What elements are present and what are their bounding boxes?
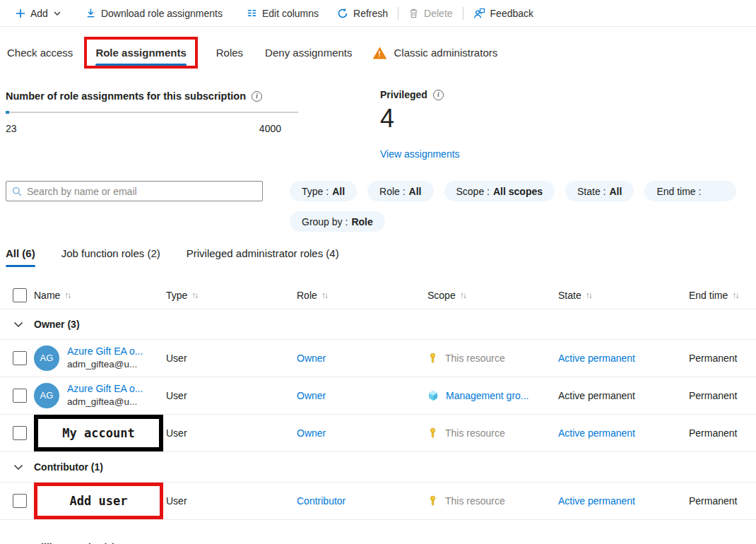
table-row: Add user User Contributor This resource … [0, 483, 756, 520]
annotation-box-red-add-user: Add user [34, 483, 163, 519]
type-cell: User [166, 427, 297, 439]
scope-cell: This resource [445, 353, 505, 364]
download-icon [85, 8, 96, 18]
filter-pill-row: Type :All Role :All Scope :All scopes St… [290, 181, 756, 201]
plus-icon [16, 8, 25, 18]
privileged-title-row: Privileged i [380, 89, 460, 100]
tab-all[interactable]: All (6) [6, 243, 35, 267]
privileged-label: Privileged [380, 89, 427, 100]
sort-icon: ↑↓ [586, 290, 591, 300]
edit-columns-button[interactable]: Edit columns [244, 1, 321, 26]
active-tab-underline [95, 64, 186, 66]
sort-icon: ↑↓ [460, 290, 466, 300]
edit-columns-icon [247, 8, 257, 18]
toolbar-separator [398, 7, 398, 20]
end-time-cell: Permanent [689, 495, 756, 507]
privileged-count: 4 [380, 105, 460, 133]
tab-job-function-roles[interactable]: Job function roles (2) [61, 243, 160, 267]
row-checkbox[interactable] [13, 426, 27, 440]
end-time-cell: Permanent [689, 427, 756, 439]
active-tab-underline [6, 265, 35, 267]
command-bar: Add Download role assignments Edit colum… [0, 0, 756, 27]
table-row: AG Azure Gift EA o... adm_giftea@u... Us… [0, 377, 756, 415]
management-group-icon [427, 390, 439, 401]
end-time-cell: Permanent [689, 390, 756, 401]
role-link[interactable]: Owner [297, 390, 326, 401]
end-time-cell: Permanent [689, 353, 756, 364]
avatar: AG [34, 345, 59, 371]
tab-check-access[interactable]: Check access [6, 40, 74, 66]
row-checkbox[interactable] [13, 494, 27, 508]
info-icon[interactable]: i [252, 91, 262, 102]
feedback-button[interactable]: Feedback [471, 1, 536, 26]
trash-icon [408, 8, 419, 18]
assignee-name-link[interactable]: Azure Gift EA o... [67, 382, 143, 396]
column-header-role[interactable]: Role↑↓ [297, 290, 427, 301]
tab-privileged-admin-roles[interactable]: Privileged administrator roles (4) [187, 243, 339, 267]
column-header-name[interactable]: Name↑↓ [34, 290, 166, 301]
tab-classic-administrators[interactable]: ! Classic administrators [372, 40, 500, 66]
column-header-scope[interactable]: Scope↑↓ [427, 290, 558, 301]
progress-track [6, 112, 298, 113]
tab-roles[interactable]: Roles [215, 40, 244, 66]
column-header-state[interactable]: State↑↓ [558, 290, 689, 301]
add-label: Add [30, 8, 48, 19]
capacity-title: Number of role assignments for this subs… [6, 90, 246, 102]
role-link[interactable]: Owner [297, 427, 326, 439]
column-header-type[interactable]: Type↑↓ [166, 290, 297, 301]
key-icon [427, 495, 438, 507]
capacity-values: 23 4000 [6, 123, 298, 134]
annotation-box-black-my-account: My account [34, 415, 163, 451]
filter-pill-end-time[interactable]: End time : [644, 181, 736, 201]
assignee-name-link[interactable]: Azure Gift EA o... [67, 345, 143, 358]
state-link[interactable]: Active permanent [558, 353, 635, 364]
tab-deny-assignments[interactable]: Deny assignments [264, 40, 353, 66]
row-checkbox[interactable] [13, 351, 27, 365]
search-input[interactable] [27, 186, 256, 197]
annotation-box-red-role-assignments: Role assignments [84, 37, 197, 69]
assignment-filter-tabs: All (6) Job function roles (2) Privilege… [6, 243, 339, 267]
column-header-end-time[interactable]: End time↑↓ [689, 290, 756, 301]
role-link[interactable]: Owner [297, 353, 326, 364]
chevron-down-icon [13, 319, 24, 330]
refresh-label: Refresh [353, 8, 388, 19]
refresh-button[interactable]: Refresh [334, 1, 391, 26]
select-all-checkbox[interactable] [13, 288, 27, 302]
view-assignments-link[interactable]: View assignments [380, 148, 460, 160]
type-cell: User [166, 390, 297, 401]
role-link[interactable]: Contributor [297, 495, 345, 507]
filter-pill-state[interactable]: State :All [565, 181, 634, 201]
download-label: Download role assignments [101, 8, 223, 19]
edit-columns-label: Edit columns [262, 8, 319, 19]
chevron-down-icon [53, 9, 61, 18]
state-cell: Active permanent [558, 390, 689, 401]
add-button[interactable]: Add [13, 1, 64, 26]
delete-button[interactable]: Delete [406, 1, 455, 26]
capacity-progress-bar [6, 111, 298, 114]
download-role-assignments-button[interactable]: Download role assignments [83, 1, 225, 26]
scope-link[interactable]: Management gro... [446, 390, 529, 401]
group-by-pill-row: Group by :Role [290, 211, 385, 232]
group-header-billing-reader[interactable]: Billing Reader (1) [0, 520, 756, 544]
filter-pill-group-by[interactable]: Group by :Role [290, 211, 385, 232]
feedback-label: Feedback [490, 8, 533, 19]
filter-pill-role[interactable]: Role :All [367, 181, 433, 201]
progress-fill [6, 111, 9, 114]
warning-icon: ! [372, 47, 387, 59]
toolbar-separator [463, 7, 463, 20]
table-row: AG Azure Gift EA o... adm_giftea@u... Us… [0, 340, 756, 377]
group-header-owner[interactable]: Owner (3) [0, 309, 756, 340]
state-link[interactable]: Active permanent [558, 427, 635, 439]
info-icon[interactable]: i [433, 90, 444, 100]
key-icon [427, 427, 438, 439]
group-header-contributor[interactable]: Contributor (1) [0, 452, 756, 483]
filter-pill-type[interactable]: Type :All [290, 181, 357, 201]
state-link[interactable]: Active permanent [558, 495, 635, 507]
row-checkbox[interactable] [13, 389, 27, 403]
chevron-down-icon [13, 461, 24, 473]
avatar: AG [34, 383, 59, 408]
tab-role-assignments[interactable]: Role assignments [94, 41, 187, 66]
refresh-icon [337, 8, 348, 19]
role-assignments-table: Name↑↓ Type↑↓ Role↑↓ Scope↑↓ State↑↓ End… [0, 281, 756, 544]
filter-pill-scope[interactable]: Scope :All scopes [444, 181, 555, 201]
